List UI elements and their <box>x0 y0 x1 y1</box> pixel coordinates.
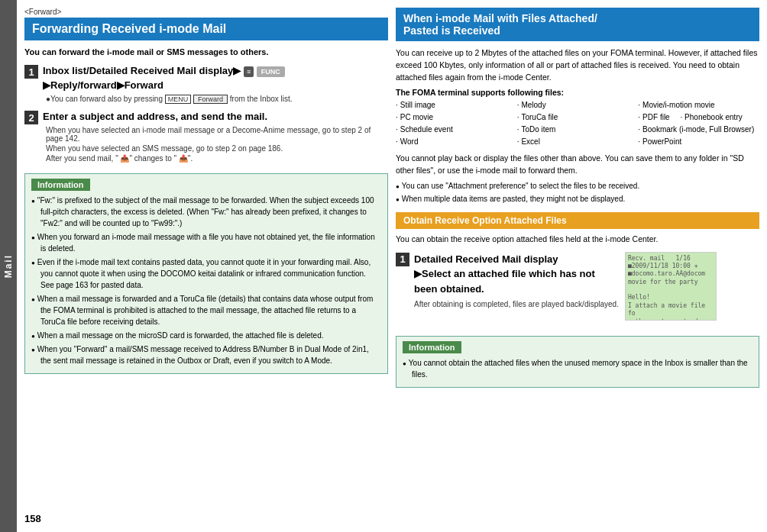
left-info-item-4: When a mail message is forwarded and a T… <box>31 293 381 327</box>
side-tab-label: Mail <box>3 254 14 278</box>
file-item-5: ToruCa file <box>517 111 639 124</box>
right-bullet-2: When multiple data items are pasted, the… <box>396 193 759 205</box>
file-item-11: Excel <box>517 136 639 148</box>
step-1-number: 1 <box>24 65 38 79</box>
file-item-7: Schedule event <box>396 124 517 136</box>
file-item-1: Still image <box>396 99 517 111</box>
file-grid: Still image Melody Movie/i-motion movie … <box>396 99 759 148</box>
right-info-item-1: You cannot obtain the attached files whe… <box>403 357 752 380</box>
right-step-1-text: Detailed Received Mail display ▶Select a… <box>414 252 619 321</box>
left-info-box: Information "Fw:" is prefixed to the sub… <box>24 173 388 374</box>
right-step-1-with-image: Detailed Received Mail display ▶Select a… <box>414 252 717 321</box>
file-item-12: PowerPoint <box>638 136 759 148</box>
side-tab: Mail <box>0 0 17 532</box>
step-1-content: Inbox list/Detailed Received Mail displa… <box>43 64 388 104</box>
step-2-number: 2 <box>24 111 38 124</box>
step-2-detail-1: When you have selected an i-mode mail me… <box>43 126 388 143</box>
page-number: 158 <box>24 507 388 524</box>
right-step-1-title-line1: Detailed Received Mail display <box>414 252 619 267</box>
step-1-title: Inbox list/Detailed Received Mail displa… <box>43 64 388 92</box>
left-section-header: Forwarding Received i-mode Mail <box>24 18 388 40</box>
file-item-6: PDF file · Phonebook entry <box>638 111 759 124</box>
right-section-header: When i-mode Mail with Files Attached/Pas… <box>396 8 759 41</box>
right-intro: You can receive up to 2 Mbytes of the at… <box>396 47 759 83</box>
step-2: 2 Enter a subject and address, and send … <box>24 110 388 163</box>
file-item-4: PC movie <box>396 111 517 124</box>
right-step-1-title-line2: ▶Select an attached file which has not <box>414 266 619 282</box>
sub-intro: You can obtain the receive option attach… <box>396 234 759 246</box>
step-1-title-end: ▶Reply/forward▶Forward <box>43 79 163 91</box>
sub-section-header: Obtain Receive Option Attached Files <box>396 212 759 229</box>
step-1-title-text: Inbox list/Detailed Received Mail displa… <box>43 65 241 76</box>
menu-button-icon: MENU <box>165 95 192 104</box>
step-1-sub: ●You can forward also by pressing MENU F… <box>43 95 388 104</box>
forward-button-icon: Forward <box>193 95 228 104</box>
step-2-detail-3: After you send mail, " 📤" changes to " 📤… <box>43 154 388 163</box>
left-info-item-2: When you forward an i-mode mail message … <box>31 231 381 254</box>
phone-display: Recv. mail 1/16 ■2009/11/18 10:00 + ■doc… <box>625 252 717 321</box>
left-info-header: Information <box>31 179 90 191</box>
right-step-1-title-line3: been obtained. <box>414 282 619 297</box>
left-info-item-1: "Fw:" is prefixed to the subject of the … <box>31 195 381 229</box>
right-step-1-number: 1 <box>396 253 409 266</box>
main-content: <Forward> Forwarding Received i-mode Mai… <box>17 0 767 532</box>
left-info-item-3: Even if the i-mode mail text contains pa… <box>31 256 381 291</box>
step-2-content: Enter a subject and address, and send th… <box>43 110 388 163</box>
supports-title: The FOMA terminal supports following fil… <box>396 88 759 97</box>
left-column: <Forward> Forwarding Received i-mode Mai… <box>24 8 388 524</box>
menu-icon: ≡ <box>244 66 254 78</box>
right-step-1-after: After obtaining is completed, files are … <box>414 299 619 310</box>
section-tag: <Forward> <box>24 8 388 16</box>
right-step-1-image: Recv. mail 1/16 ■2009/11/18 10:00 + ■doc… <box>625 252 717 321</box>
step-1: 1 Inbox list/Detailed Received Mail disp… <box>24 64 388 104</box>
file-item-2: Melody <box>517 99 639 111</box>
phone-screen: Recv. mail 1/16 ■2009/11/18 10:00 + ■doc… <box>626 253 716 321</box>
right-column: When i-mode Mail with Files Attached/Pas… <box>396 8 759 524</box>
file-item-9: Bookmark (i-mode, Full Browser) <box>638 124 759 136</box>
file-item-10: Word <box>396 136 517 148</box>
func-icon: FUNC <box>257 66 285 78</box>
left-info-item-5: When a mail message on the microSD card … <box>31 330 381 341</box>
file-item-3: Movie/i-motion movie <box>638 99 759 111</box>
left-info-item-6: When you "Forward" a mail/SMS message re… <box>31 343 381 366</box>
right-bullet-1: You can use "Attachment preference" to s… <box>396 180 759 192</box>
left-intro: You can forward the i-mode mail or SMS m… <box>24 47 388 58</box>
right-info-header: Information <box>403 341 461 353</box>
right-step-1: 1 Detailed Received Mail display ▶Select… <box>396 252 759 325</box>
right-info-box: Information You cannot obtain the attach… <box>396 336 759 388</box>
step-2-title: Enter a subject and address, and send th… <box>43 110 388 124</box>
step-2-detail-2: When you have selected an SMS message, g… <box>43 144 388 153</box>
cannot-play: You cannot play back or display the file… <box>396 153 759 177</box>
file-item-8: ToDo item <box>517 124 639 136</box>
